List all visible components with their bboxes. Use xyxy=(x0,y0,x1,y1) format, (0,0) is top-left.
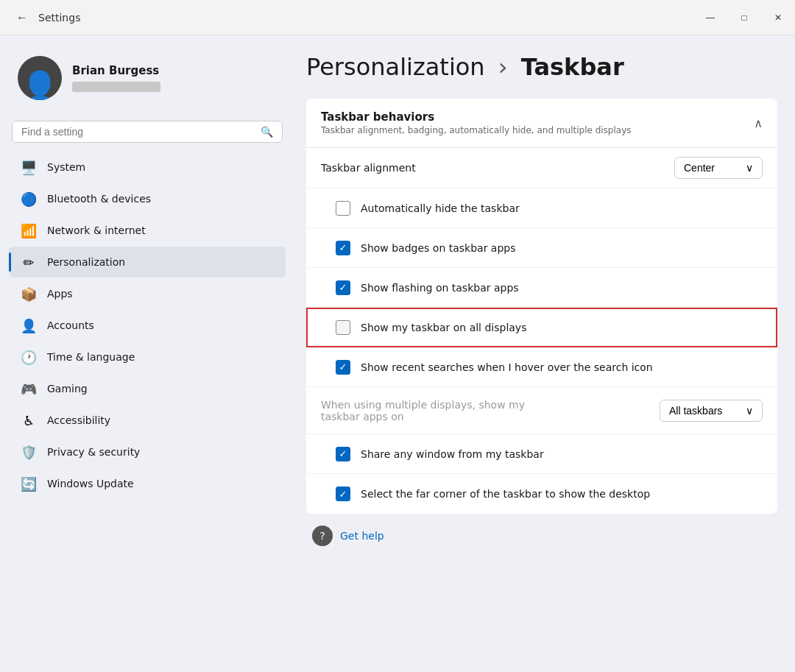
sidebar-item-system[interactable]: 🖥️ System xyxy=(9,152,286,183)
sidebar-item-accessibility[interactable]: ♿ Accessibility xyxy=(9,405,286,436)
setting-label-flashing: Show flashing on taskbar apps xyxy=(361,282,763,294)
network-icon: 📶 xyxy=(21,222,37,238)
checkbox-badges[interactable] xyxy=(336,241,350,255)
breadcrumb-parent: Personalization xyxy=(306,53,485,81)
content-area: Personalization › Taskbar Taskbar behavi… xyxy=(294,35,795,672)
sidebar-item-privacy-label: Privacy & security xyxy=(47,446,140,458)
setting-row-share-window: Share any window from my taskbar xyxy=(306,434,777,474)
user-section: 👤 Brian Burgess xyxy=(6,47,289,109)
title-bar: ← Settings — □ ✕ xyxy=(0,0,795,35)
dropdown-chevron-icon: ∨ xyxy=(746,162,753,174)
checkbox-auto-hide[interactable] xyxy=(336,201,350,216)
bluetooth-icon: 🔵 xyxy=(21,191,37,207)
alignment-value: Center xyxy=(684,162,715,174)
search-box[interactable]: 🔍 xyxy=(12,121,283,143)
multiple-displays-chevron-icon: ∨ xyxy=(746,405,753,417)
sidebar-item-personalization-label: Personalization xyxy=(47,256,125,268)
setting-label-all-displays: Show my taskbar on all displays xyxy=(361,322,763,333)
user-name: Brian Burgess xyxy=(72,64,160,77)
sidebar-item-time-label: Time & language xyxy=(47,351,135,363)
checkbox-flashing[interactable] xyxy=(336,280,350,295)
sidebar-item-gaming[interactable]: 🎮 Gaming xyxy=(9,373,286,404)
setting-label-share-window: Share any window from my taskbar xyxy=(361,448,763,460)
checkbox-all-displays[interactable] xyxy=(336,320,350,335)
chevron-up-icon: ∧ xyxy=(754,116,763,130)
alignment-row: Taskbar alignment Center ∨ xyxy=(306,148,777,188)
setting-label-badges: Show badges on taskbar apps xyxy=(361,242,763,254)
setting-row-auto-hide: Automatically hide the taskbar xyxy=(306,188,777,228)
breadcrumb-current: Taskbar xyxy=(521,53,624,81)
search-input[interactable] xyxy=(21,126,255,138)
sidebar-item-system-label: System xyxy=(47,161,85,173)
sidebar-item-bluetooth[interactable]: 🔵 Bluetooth & devices xyxy=(9,183,286,214)
sidebar-nav: 🖥️ System 🔵 Bluetooth & devices 📶 Networ… xyxy=(6,152,289,499)
help-icon: ? xyxy=(312,526,333,546)
sidebar-item-personalization[interactable]: ✏️ Personalization xyxy=(9,247,286,277)
accounts-icon: 👤 xyxy=(21,317,37,333)
search-icon: 🔍 xyxy=(261,126,273,138)
page-header: Personalization › Taskbar xyxy=(306,53,777,81)
setting-row-badges: Show badges on taskbar apps xyxy=(306,228,777,268)
multiple-displays-row: When using multiple displays, show my ta… xyxy=(306,387,777,434)
checkbox-far-corner[interactable] xyxy=(336,487,350,501)
sidebar-item-network-label: Network & internet xyxy=(47,224,146,236)
gaming-icon: 🎮 xyxy=(21,381,37,397)
sidebar-item-apps-label: Apps xyxy=(47,288,73,300)
multiple-displays-value: All taskbars xyxy=(669,405,722,417)
setting-row-all-displays: Show my taskbar on all displays xyxy=(306,308,777,347)
alignment-dropdown[interactable]: Center ∨ xyxy=(674,157,763,179)
sidebar-item-time[interactable]: 🕐 Time & language xyxy=(9,342,286,372)
app-title: Settings xyxy=(38,12,80,24)
setting-label-far-corner: Select the far corner of the taskbar to … xyxy=(361,488,763,500)
close-button[interactable]: ✕ xyxy=(761,0,795,35)
personalization-icon: ✏️ xyxy=(21,254,37,270)
privacy-icon: 🛡️ xyxy=(21,444,37,460)
maximize-button[interactable]: □ xyxy=(727,0,761,35)
sidebar-item-update-label: Windows Update xyxy=(47,478,134,489)
section-title: Taskbar behaviors xyxy=(321,110,632,124)
update-icon: 🔄 xyxy=(21,475,37,492)
accessibility-icon: ♿ xyxy=(21,412,37,428)
help-label: Get help xyxy=(340,530,384,542)
sidebar-item-update[interactable]: 🔄 Windows Update xyxy=(9,468,286,499)
sidebar-item-gaming-label: Gaming xyxy=(47,383,88,395)
multiple-displays-label: When using multiple displays, show my ta… xyxy=(321,399,556,422)
time-icon: 🕐 xyxy=(21,349,37,365)
sidebar-item-apps[interactable]: 📦 Apps xyxy=(9,278,286,309)
sidebar-item-accounts-label: Accounts xyxy=(47,319,94,331)
setting-row-far-corner: Select the far corner of the taskbar to … xyxy=(306,474,777,514)
sidebar-item-network[interactable]: 📶 Network & internet xyxy=(9,215,286,246)
avatar: 👤 xyxy=(18,56,62,100)
settings-card: Taskbar behaviors Taskbar alignment, bad… xyxy=(306,99,777,514)
section-header-taskbar-behaviors[interactable]: Taskbar behaviors Taskbar alignment, bad… xyxy=(306,99,777,148)
app-body: 👤 Brian Burgess 🔍 🖥️ System 🔵 Bluetooth … xyxy=(0,35,795,672)
sidebar: 👤 Brian Burgess 🔍 🖥️ System 🔵 Bluetooth … xyxy=(0,35,294,672)
minimize-button[interactable]: — xyxy=(693,0,727,35)
setting-row-flashing: Show flashing on taskbar apps xyxy=(306,268,777,308)
setting-label-auto-hide: Automatically hide the taskbar xyxy=(361,202,763,214)
sidebar-item-accounts[interactable]: 👤 Accounts xyxy=(9,310,286,341)
breadcrumb-sep: › xyxy=(498,53,515,81)
system-icon: 🖥️ xyxy=(21,159,37,175)
apps-icon: 📦 xyxy=(21,286,37,302)
sidebar-item-privacy[interactable]: 🛡️ Privacy & security xyxy=(9,436,286,467)
section-sub: Taskbar alignment, badging, automaticall… xyxy=(321,125,632,135)
alignment-label: Taskbar alignment xyxy=(321,162,416,174)
sidebar-item-bluetooth-label: Bluetooth & devices xyxy=(47,193,151,205)
setting-row-recent-searches: Show recent searches when I hover over t… xyxy=(306,347,777,387)
multiple-displays-dropdown[interactable]: All taskbars ∨ xyxy=(660,400,763,422)
sidebar-item-accessibility-label: Accessibility xyxy=(47,414,110,426)
get-help-link[interactable]: ? Get help xyxy=(294,514,777,552)
checkbox-recent-searches[interactable] xyxy=(336,360,350,375)
user-subtitle xyxy=(72,82,160,92)
checkbox-share-window[interactable] xyxy=(336,447,350,461)
setting-label-recent-searches: Show recent searches when I hover over t… xyxy=(361,361,763,373)
window-controls: — □ ✕ xyxy=(693,0,795,35)
back-button[interactable]: ← xyxy=(12,7,32,28)
